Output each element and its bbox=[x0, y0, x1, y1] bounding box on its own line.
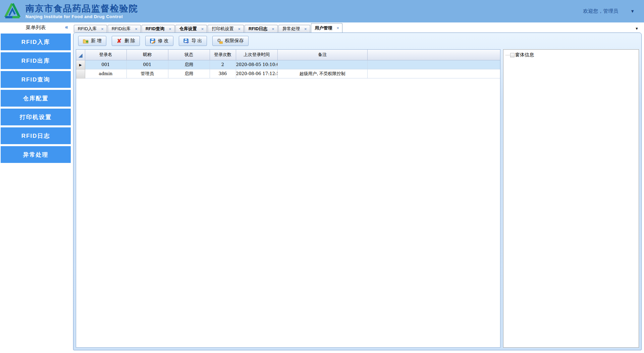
tab-overflow-icon[interactable]: ▼ bbox=[635, 26, 639, 31]
tree-node-label: 窗体信息 bbox=[515, 52, 534, 58]
select-all-header[interactable] bbox=[76, 50, 85, 60]
sidebar-item-rfid-inbound[interactable]: RFID入库 bbox=[1, 34, 71, 50]
content-panel: 新 增 ✘ 删 除 bbox=[73, 33, 642, 350]
column-header-filler bbox=[367, 50, 500, 60]
tab-close-icon[interactable]: × bbox=[337, 26, 339, 30]
cell-login-count: 386 bbox=[210, 69, 236, 78]
column-header-last-login[interactable]: 上次登录时间 bbox=[236, 50, 277, 60]
institute-logo-icon bbox=[4, 2, 21, 21]
column-header-login-count[interactable]: 登录次数 bbox=[210, 50, 236, 60]
delete-button[interactable]: ✘ 删 除 bbox=[112, 36, 140, 46]
add-button[interactable]: 新 增 bbox=[78, 36, 106, 46]
column-header-nickname[interactable]: 昵称 bbox=[126, 50, 168, 60]
export-button[interactable]: 导 出 bbox=[179, 36, 207, 46]
tab-close-icon[interactable]: × bbox=[238, 27, 240, 31]
edit-floppy-icon bbox=[150, 38, 156, 44]
tree-branch-line bbox=[505, 55, 510, 55]
cell-last-login: 2020-08-06 17:12:50 bbox=[236, 69, 277, 78]
sidebar-item-rfid-log[interactable]: RFID日志 bbox=[1, 127, 71, 144]
tab-user-management[interactable]: 用户管理 × bbox=[311, 23, 343, 33]
user-menu-caret-icon[interactable]: ▼ bbox=[630, 9, 635, 14]
cell-login: admin bbox=[85, 69, 126, 78]
cell-remark bbox=[277, 60, 367, 69]
column-header-remark[interactable]: 备注 bbox=[277, 50, 367, 60]
cell-nickname: 001 bbox=[126, 60, 168, 69]
toolbar: 新 增 ✘ 删 除 bbox=[78, 36, 639, 46]
add-button-label: 新 增 bbox=[91, 38, 102, 44]
table-row[interactable]: ▶ 001 001 启用 2 2020-08-05 10:10:03 bbox=[76, 60, 500, 69]
tab-rfid-inbound[interactable]: RFID入库 × bbox=[74, 25, 107, 33]
app-subtitle: Nanjing Institute for Food and Drug Cont… bbox=[25, 14, 138, 19]
tab-close-icon[interactable]: × bbox=[135, 27, 138, 31]
tab-close-icon[interactable]: × bbox=[272, 27, 274, 31]
edit-button[interactable]: 修 改 bbox=[145, 36, 173, 46]
tab-label: RFID入库 bbox=[78, 26, 97, 32]
tab-close-icon[interactable]: × bbox=[304, 27, 307, 31]
tab-strip: RFID入库 × RFID出库 × RFID查询 × 仓库设置 × 打印机设置 bbox=[73, 22, 644, 33]
tab-rfid-outbound[interactable]: RFID出库 × bbox=[108, 25, 141, 33]
tab-label: RFID查询 bbox=[146, 26, 164, 32]
cell-remark: 超级用户, 不受权限控制 bbox=[277, 69, 367, 78]
tab-printer-settings[interactable]: 打印机设置 × bbox=[208, 25, 244, 33]
user-table: 登录名 昵称 状态 登录次数 上次登录时间 备注 ▶ 001 bbox=[76, 50, 500, 78]
welcome-text: 欢迎您，管理员 bbox=[583, 8, 618, 14]
tab-exception-handling[interactable]: 异常处理 × bbox=[278, 25, 310, 33]
cell-filler bbox=[367, 69, 500, 78]
sidebar-item-printer-settings[interactable]: 打印机设置 bbox=[1, 109, 71, 125]
current-row-marker-icon: ▶ bbox=[79, 63, 82, 67]
select-all-icon bbox=[78, 54, 83, 58]
permission-save-button[interactable]: 权限保存 bbox=[212, 36, 249, 46]
tab-close-icon[interactable]: × bbox=[101, 27, 104, 31]
tab-warehouse-settings[interactable]: 仓库设置 × bbox=[175, 25, 207, 33]
sidebar-menu: 菜单列表 « RFID入库 RFID出库 RFID查询 仓库配置 打印机设置 R… bbox=[0, 22, 71, 353]
cell-filler bbox=[367, 60, 500, 69]
tab-label: 用户管理 bbox=[315, 25, 332, 31]
tab-close-icon[interactable]: × bbox=[201, 27, 204, 31]
app-header: 南京市食品药品监督检验院 Nanjing Institute for Food … bbox=[0, 0, 644, 22]
sidebar-item-rfid-query[interactable]: RFID查询 bbox=[1, 71, 71, 88]
cell-nickname: 管理员 bbox=[126, 69, 168, 78]
tab-label: RFID出库 bbox=[112, 26, 130, 32]
sidebar-item-warehouse-config[interactable]: 仓库配置 bbox=[1, 90, 71, 107]
table-header-row: 登录名 昵称 状态 登录次数 上次登录时间 备注 bbox=[76, 50, 500, 60]
tab-label: RFID日志 bbox=[249, 26, 267, 32]
delete-icon: ✘ bbox=[116, 38, 122, 44]
cell-status: 启用 bbox=[168, 69, 210, 78]
row-indicator: ▶ bbox=[76, 60, 85, 69]
column-header-status[interactable]: 状态 bbox=[168, 50, 210, 60]
cell-login-count: 2 bbox=[210, 60, 236, 69]
row-indicator bbox=[76, 69, 85, 78]
sidebar-collapse-icon[interactable]: « bbox=[65, 24, 68, 30]
tab-label: 仓库设置 bbox=[179, 26, 197, 32]
tab-label: 打印机设置 bbox=[212, 26, 233, 32]
tab-close-icon[interactable]: × bbox=[169, 27, 171, 31]
sidebar-title: 菜单列表 bbox=[0, 24, 71, 31]
cell-login: 001 bbox=[85, 60, 126, 69]
delete-button-label: 删 除 bbox=[124, 38, 135, 44]
table-row[interactable]: admin 管理员 启用 386 2020-08-06 17:12:50 超级用… bbox=[76, 69, 500, 78]
cell-status: 启用 bbox=[168, 60, 210, 69]
sidebar-item-exception-handling[interactable]: 异常处理 bbox=[1, 146, 71, 163]
sidebar-item-rfid-outbound[interactable]: RFID出库 bbox=[1, 52, 71, 69]
column-header-login[interactable]: 登录名 bbox=[85, 50, 126, 60]
form-info-tree-panel: 窗体信息 bbox=[503, 49, 639, 348]
tab-label: 异常处理 bbox=[282, 26, 300, 32]
app-title: 南京市食品药品监督检验院 bbox=[25, 3, 138, 13]
permission-save-gear-icon bbox=[217, 38, 223, 44]
export-button-label: 导 出 bbox=[192, 38, 202, 44]
tab-rfid-query[interactable]: RFID查询 × bbox=[142, 25, 175, 33]
export-floppy-icon bbox=[183, 38, 189, 44]
tree-checkbox[interactable] bbox=[510, 53, 515, 57]
tab-rfid-log[interactable]: RFID日志 × bbox=[245, 25, 278, 33]
cell-last-login: 2020-08-05 10:10:03 bbox=[236, 60, 277, 69]
add-folder-icon bbox=[83, 38, 89, 44]
tree-node-form-info[interactable]: 窗体信息 bbox=[505, 52, 637, 58]
edit-button-label: 修 改 bbox=[158, 38, 169, 44]
application-window: 南京市食品药品监督检验院 Nanjing Institute for Food … bbox=[0, 0, 644, 353]
user-grid-panel: 登录名 昵称 状态 登录次数 上次登录时间 备注 ▶ 001 bbox=[76, 49, 500, 348]
permission-save-button-label: 权限保存 bbox=[225, 38, 244, 44]
